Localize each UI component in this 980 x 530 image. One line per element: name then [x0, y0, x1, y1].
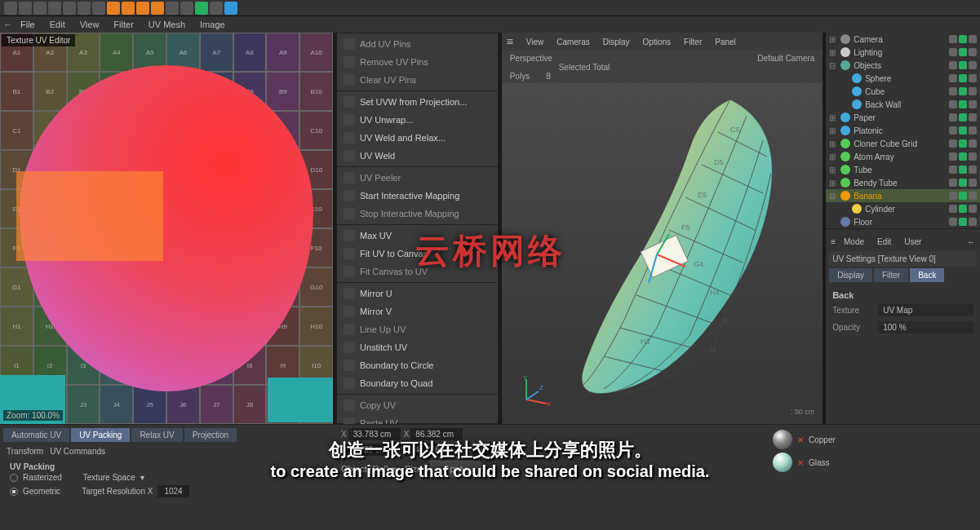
menu-item[interactable]: Boundary to Quad [337, 374, 498, 392]
expand-icon[interactable]: ⊟ [829, 192, 837, 201]
object-flag[interactable] [969, 139, 977, 148]
tool-icon[interactable] [107, 2, 120, 15]
object-flag[interactable] [949, 139, 957, 148]
tool-icon[interactable] [63, 2, 76, 15]
object-flag[interactable] [969, 205, 977, 213]
object-flag[interactable] [949, 74, 957, 82]
attr-user[interactable]: User [899, 236, 926, 248]
expand-icon[interactable]: ⊞ [829, 179, 837, 188]
material-swatch[interactable] [773, 430, 792, 449]
object-flag[interactable] [959, 192, 967, 200]
object-flag[interactable] [969, 152, 977, 161]
object-flag[interactable] [949, 205, 957, 213]
menu-item[interactable]: Set UVW from Projection... [337, 93, 498, 111]
uv-island-selected[interactable] [16, 171, 163, 261]
tool-icon[interactable] [151, 2, 164, 15]
object-flag[interactable] [969, 48, 977, 56]
expand-icon[interactable]: ⊟ [829, 61, 837, 70]
menu-item[interactable]: Mirror U [337, 285, 498, 303]
tool-icon[interactable] [122, 2, 135, 15]
material-swatch[interactable] [773, 453, 792, 472]
expand-icon[interactable]: ⊞ [829, 113, 837, 122]
expand-icon[interactable]: ⊞ [829, 126, 837, 135]
target-res-value[interactable]: 1024 [157, 485, 188, 497]
expand-icon[interactable]: ⊞ [829, 139, 837, 148]
tool-icon[interactable] [210, 2, 223, 15]
object-flag[interactable] [949, 61, 957, 69]
object-flag[interactable] [969, 126, 977, 135]
expand-icon[interactable]: ⊞ [829, 35, 837, 44]
object-flag[interactable] [969, 100, 977, 108]
radio-rasterized[interactable] [10, 474, 18, 482]
object-row[interactable]: Cylinder [826, 202, 980, 215]
object-row[interactable]: ⊞Lighting [826, 46, 980, 59]
expand-icon[interactable]: ⊞ [829, 166, 837, 174]
object-row[interactable]: Sphere [826, 72, 980, 85]
tab-uv-packing[interactable]: UV Packing [71, 428, 130, 442]
object-flag[interactable] [959, 166, 967, 174]
vp-menu-filter[interactable]: Filter [679, 36, 707, 48]
tool-icon[interactable] [180, 2, 193, 15]
object-flag[interactable] [969, 166, 977, 174]
object-row[interactable]: ⊞Camera [826, 33, 980, 46]
object-flag[interactable] [969, 74, 977, 82]
banana-mesh[interactable]: C5D5E5 F5G4H4 I5H3I4 [526, 91, 804, 401]
object-flag[interactable] [949, 87, 957, 95]
object-row[interactable]: ⊞Tube [826, 163, 980, 176]
object-flag[interactable] [949, 126, 957, 135]
material-name[interactable]: Glass [809, 458, 830, 467]
object-row[interactable]: ⊞Atom Array [826, 150, 980, 163]
back-arrow-icon[interactable]: ← [3, 20, 12, 29]
attr-tab-filter[interactable]: Filter [874, 268, 908, 282]
object-row[interactable]: ⊟Banana [826, 189, 980, 202]
object-flag[interactable] [949, 48, 957, 56]
menu-filter[interactable]: Filter [107, 18, 140, 31]
attr-tab-display[interactable]: Display [829, 268, 872, 282]
expand-icon[interactable]: ⊞ [829, 48, 837, 57]
material-delete-icon[interactable]: ✕ [797, 458, 804, 467]
menu-edit[interactable]: Edit [43, 18, 72, 31]
tab-projection[interactable]: Projection [184, 428, 237, 442]
object-flag[interactable] [959, 218, 967, 226]
menu-uvmesh[interactable]: UV Mesh [142, 18, 192, 31]
uv-island-teal[interactable] [268, 378, 333, 422]
object-flag[interactable] [969, 61, 977, 69]
object-row[interactable]: ⊞Paper [826, 111, 980, 124]
material-name[interactable]: Copper [809, 435, 836, 444]
object-flag[interactable] [969, 179, 977, 187]
vp-menu-cameras[interactable]: Cameras [552, 36, 595, 48]
object-flag[interactable] [949, 179, 957, 187]
subtab-uv-commands[interactable]: UV Commands [50, 447, 105, 456]
tool-icon[interactable] [166, 2, 179, 15]
object-flag[interactable] [959, 126, 967, 135]
menu-item[interactable]: Unstitch UV [337, 338, 498, 356]
tab-relax-uv[interactable]: Relax UV [131, 428, 182, 442]
object-flag[interactable] [959, 205, 967, 213]
menu-file[interactable]: File [14, 18, 42, 31]
radio-geometric[interactable] [10, 488, 18, 496]
vp-menu-view[interactable]: View [521, 36, 549, 48]
vp-menu-display[interactable]: Display [598, 36, 635, 48]
object-row[interactable]: ⊞Platonic [826, 124, 980, 137]
hamburger-icon[interactable]: ≡ [507, 35, 518, 48]
object-flag[interactable] [949, 113, 957, 121]
tool-icon[interactable] [19, 2, 32, 15]
object-flag[interactable] [959, 100, 967, 108]
object-flag[interactable] [959, 113, 967, 121]
object-row[interactable]: ⊞Cloner Cube Grid [826, 137, 980, 150]
attr-edit[interactable]: Edit [872, 236, 896, 248]
menu-item[interactable]: Mirror V [337, 303, 498, 320]
object-row[interactable]: Cube [826, 85, 980, 98]
object-flag[interactable] [959, 152, 967, 161]
object-flag[interactable] [949, 35, 957, 43]
menu-image[interactable]: Image [193, 18, 232, 31]
object-row[interactable]: Back Wall [826, 98, 980, 111]
material-delete-icon[interactable]: ✕ [797, 435, 804, 444]
object-flag[interactable] [959, 35, 967, 43]
subtab-transform[interactable]: Transform [7, 447, 43, 456]
tab-automatic-uv[interactable]: Automatic UV [3, 428, 69, 442]
vp-menu-options[interactable]: Options [638, 36, 676, 48]
axis-gizmo[interactable]: X Y Z [518, 375, 551, 408]
object-flag[interactable] [949, 152, 957, 161]
attr-mode[interactable]: Mode [839, 236, 869, 248]
